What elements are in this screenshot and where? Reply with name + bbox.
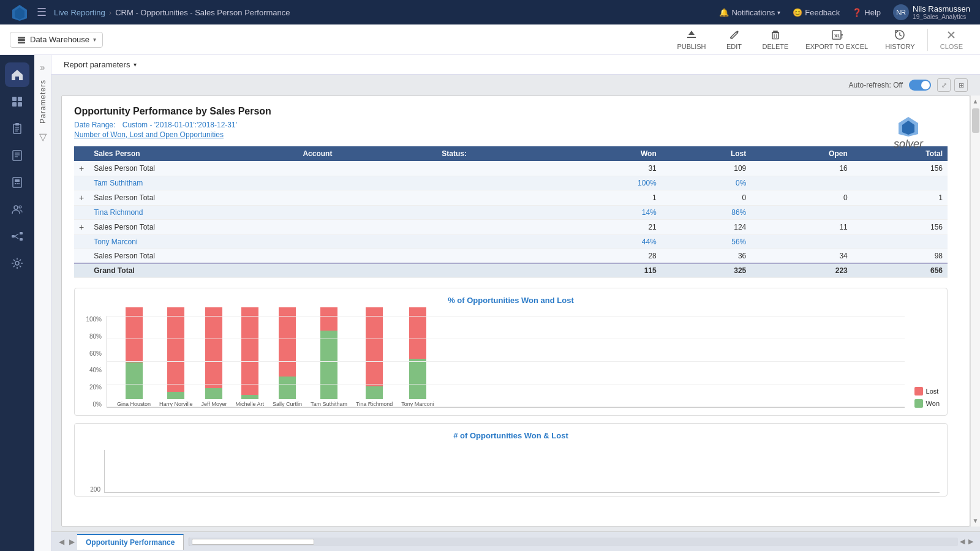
bar-label: Gina Houston (117, 401, 151, 407)
toolbar: Data Warehouse ▾ PUBLISH EDIT (0, 24, 980, 55)
person-name[interactable]: Tam Suthitham (89, 176, 298, 190)
legend-won-label: Won (926, 400, 940, 407)
won-cell: 21 (560, 220, 662, 235)
content-area: Report parameters ▾ Auto-refresh: Off ⤢ … (51, 55, 980, 551)
feedback-link[interactable]: 😊 Feedback (793, 8, 840, 17)
report-params-button[interactable]: Report parameters ▾ (64, 60, 137, 69)
bottom-scroll-thumb[interactable] (192, 539, 314, 545)
sidebar-item-report[interactable] (5, 143, 29, 168)
sidebar-item-home[interactable] (5, 62, 29, 87)
params-chevron[interactable]: » (38, 60, 48, 75)
tab-prev-arrow[interactable]: ◀ (56, 538, 67, 546)
expand-cell[interactable]: + (74, 220, 89, 235)
history-button[interactable]: HISTORY (878, 26, 922, 53)
bar-label: Tony Marconi (401, 401, 434, 407)
breadcrumb-home[interactable]: Live Reporting (54, 8, 105, 17)
bottom-scroll-right[interactable]: ▶ (967, 538, 975, 545)
delete-icon (769, 29, 782, 41)
won-cell: 31 (560, 161, 662, 176)
auto-refresh-toggle[interactable] (909, 80, 931, 91)
sidebar-item-dashboard[interactable] (5, 89, 29, 114)
bar-stack (126, 307, 143, 399)
person-account (298, 235, 437, 249)
col-expand (74, 146, 89, 161)
tab-next-arrow[interactable]: ▶ (67, 538, 77, 546)
svg-rect-5 (687, 37, 696, 38)
svg-rect-21 (12, 102, 17, 107)
report-container: Opportunity Performance by Sales Person … (61, 96, 970, 527)
open-cell: 0 (751, 190, 852, 206)
sidebar-item-users[interactable] (5, 197, 29, 222)
feedback-icon: 😊 (793, 8, 802, 17)
bar-label: Tam Suthitham (311, 401, 347, 407)
person-expand (74, 206, 89, 220)
person-total (853, 235, 948, 249)
svg-rect-3 (18, 39, 25, 41)
report-inner: Opportunity Performance by Sales Person … (62, 96, 970, 506)
help-link[interactable]: ❓ Help (852, 8, 881, 17)
db-selector-chevron: ▾ (93, 36, 96, 43)
sidebar-item-clipboard[interactable] (5, 116, 29, 141)
close-button[interactable]: CLOSE (933, 26, 970, 53)
expand-cell[interactable]: + (74, 161, 89, 176)
report-subtitle-link[interactable]: Number of Won, Lost and Open Opportuniti… (74, 130, 948, 139)
toolbar-divider (927, 29, 928, 51)
db-selector-label: Data Warehouse (30, 35, 89, 44)
expand-cell[interactable] (74, 249, 89, 264)
sidebar-item-integration[interactable] (5, 224, 29, 249)
filter-icon[interactable]: ▽ (39, 131, 47, 143)
db-selector[interactable]: Data Warehouse ▾ (10, 32, 103, 48)
legend-lost: Lost (914, 387, 939, 395)
sidebar-item-settings[interactable] (5, 251, 29, 276)
grid-icon[interactable]: ⊞ (954, 78, 968, 92)
person-open (751, 206, 852, 220)
left-sidebar (0, 55, 34, 551)
expand-icon[interactable]: ⤢ (937, 78, 951, 92)
params-label: Parameters (39, 80, 47, 124)
bottom-scroll-left[interactable]: ◀ (958, 538, 967, 545)
scroll-thumb[interactable] (972, 108, 979, 133)
delete-button[interactable]: DELETE (755, 26, 796, 53)
person-lost-pct: 0% (662, 176, 752, 190)
col-won: Won (560, 146, 662, 161)
auto-refresh-bar: Auto-refresh: Off ⤢ ⊞ (51, 75, 980, 96)
bar-lost (167, 307, 184, 392)
tab-opportunity-performance[interactable]: Opportunity Performance (77, 534, 184, 550)
chart2-title: # of Opportunities Won & Lost (82, 431, 940, 440)
table-row: Tam Suthitham 100% 0% (74, 176, 948, 190)
report-header-relative: Opportunity Performance by Sales Person … (74, 106, 948, 139)
bar-stack (409, 307, 426, 399)
breadcrumb-current: CRM - Opportunities - Sales Person Perfo… (115, 8, 290, 17)
bar-lost (279, 307, 296, 377)
svg-line-42 (15, 234, 18, 236)
help-label: Help (864, 8, 881, 17)
svg-rect-20 (18, 97, 22, 101)
grand-lost: 325 (662, 263, 752, 278)
data-table: Sales Person Account Status: Won Lost Op… (74, 146, 948, 278)
grand-expand (74, 263, 89, 278)
person-total (853, 176, 948, 190)
user-info: NR Nils Rasmussen 19_Sales_Analytics (893, 4, 970, 20)
publish-button[interactable]: PUBLISH (669, 26, 713, 53)
open-cell: 11 (751, 220, 852, 235)
person-name[interactable]: Tina Richmond (89, 206, 298, 220)
bar-won (205, 388, 222, 399)
report-area: Opportunity Performance by Sales Person … (51, 96, 980, 527)
expand-cell[interactable]: + (74, 190, 89, 206)
edit-icon (728, 29, 741, 41)
publish-icon (685, 29, 698, 41)
person-name[interactable]: Tony Marconi (89, 235, 298, 249)
sidebar-item-calculator[interactable] (5, 170, 29, 195)
legend-won-color (914, 399, 923, 408)
help-icon: ❓ (852, 8, 862, 17)
bar-stack (320, 307, 337, 399)
toggle-track[interactable] (909, 80, 931, 91)
hamburger-icon[interactable]: ☰ (37, 6, 47, 19)
edit-button[interactable]: EDIT (716, 26, 753, 53)
export-button[interactable]: XLS EXPORT TO EXCEL (798, 26, 875, 53)
legend-lost-label: Lost (926, 388, 939, 395)
scroll-up-arrow[interactable]: ▲ (970, 96, 980, 107)
scroll-down-arrow[interactable]: ▼ (970, 515, 980, 527)
total-cell: 98 (853, 249, 948, 264)
notifications-link[interactable]: 🔔 Notifications ▾ (719, 8, 780, 17)
